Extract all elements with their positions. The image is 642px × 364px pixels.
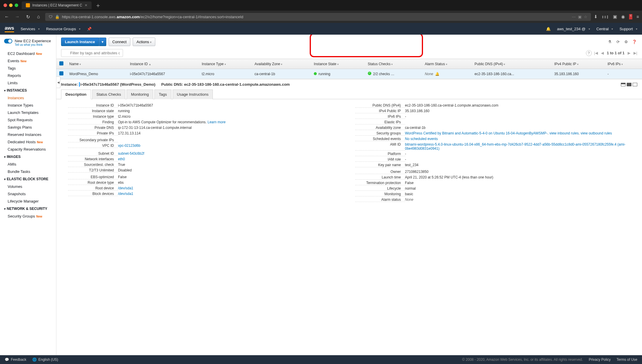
services-menu[interactable]: Services <box>21 27 40 31</box>
support-menu[interactable]: Support <box>619 27 637 31</box>
column-header[interactable]: Public DNS (IPv4)▾ <box>472 59 551 69</box>
sidebar-item[interactable]: Reports <box>0 72 56 79</box>
last-page[interactable]: ▶| <box>633 51 637 55</box>
link[interactable]: Learn more <box>208 120 225 124</box>
sidebar-item[interactable]: Dedicated HostsNew <box>0 138 56 146</box>
link[interactable]: view outbound rules <box>581 131 612 135</box>
region-menu[interactable]: Central <box>596 27 613 31</box>
layout-2-icon[interactable] <box>627 83 631 86</box>
tab-usage-instructions[interactable]: Usage Instructions <box>173 90 213 99</box>
layout-3-icon[interactable] <box>633 83 637 86</box>
back-button[interactable]: ← <box>3 14 11 19</box>
sidebar-item[interactable]: EC2 DashboardNew <box>0 50 56 57</box>
column-header[interactable]: IPv6 IPs▾ <box>604 59 642 69</box>
sidebar-item[interactable]: Reserved Instances <box>0 131 56 138</box>
account-icon[interactable]: ◉ <box>621 14 625 19</box>
download-icon[interactable]: ⬇ <box>594 14 598 19</box>
column-header[interactable]: Instance ID▲ <box>127 59 199 69</box>
tab-status-checks[interactable]: Status Checks <box>92 90 126 99</box>
section-ebs[interactable]: ELASTIC BLOCK STORE <box>0 175 56 183</box>
link[interactable]: vpc-02123d6b <box>118 144 140 148</box>
sidebar-item[interactable]: Volumes <box>0 183 56 190</box>
sidebar-item[interactable]: Snapshots <box>0 190 56 198</box>
menu-icon[interactable]: ≡ <box>636 14 639 19</box>
sidebar-item[interactable]: Instance Types <box>0 102 56 109</box>
filter-help-icon[interactable]: ? <box>586 50 592 56</box>
screenshot-icon[interactable]: ▣ <box>613 14 617 19</box>
pin-icon[interactable]: 📌 <box>87 27 92 31</box>
help-icon[interactable]: ❓ <box>631 39 637 45</box>
sidebar-item[interactable]: Security GroupsNew <box>0 213 56 220</box>
tab-monitoring[interactable]: Monitoring <box>127 90 153 99</box>
column-header[interactable] <box>56 59 66 69</box>
link[interactable]: eth0 <box>118 157 125 161</box>
tab-description[interactable]: Description <box>61 90 91 99</box>
first-page[interactable]: |◀ <box>594 51 598 55</box>
column-header[interactable]: Availability Zone▾ <box>252 59 311 69</box>
sidebar-collapse[interactable]: ◀ <box>56 76 60 88</box>
sidebar-item[interactable]: Instances <box>0 94 56 102</box>
alarm-bell-icon[interactable]: 🔔 <box>435 72 439 76</box>
filter-input[interactable] <box>61 49 123 57</box>
sidebar-item[interactable]: Spot Requests <box>0 116 56 124</box>
home-button[interactable]: ⌂ <box>35 14 42 19</box>
settings-gear-icon[interactable]: ⚙ <box>623 39 629 45</box>
link[interactable]: view inbound rules <box>550 131 579 135</box>
row-checkbox[interactable] <box>59 71 63 75</box>
new-ec2-experience[interactable]: New EC2 Experience Tell us what you thin… <box>0 38 56 50</box>
sidebar-item[interactable]: Bundle Tasks <box>0 168 56 175</box>
privacy-link[interactable]: Privacy Policy <box>589 358 611 362</box>
sidebar-item[interactable]: Savings Plans <box>0 124 56 131</box>
close-tab-icon[interactable]: ✕ <box>85 3 87 7</box>
sidebar-item[interactable]: Limits <box>0 79 56 87</box>
launch-instance-dropdown[interactable]: ▾ <box>99 38 106 46</box>
notifications-icon[interactable]: 🔔 <box>546 27 551 31</box>
link[interactable]: subnet-543c6b2f <box>118 151 144 156</box>
link[interactable]: /dev/sda1 <box>118 192 133 196</box>
language-selector[interactable]: 🌐 English (US) <box>32 358 58 362</box>
toggle-switch[interactable] <box>4 39 12 43</box>
ext-icon[interactable]: 4 <box>629 14 633 19</box>
refresh-icon[interactable]: ⟳ <box>615 39 621 45</box>
sidebar-item[interactable]: Capacity Reservations <box>0 146 56 153</box>
column-header[interactable]: Status Checks▾ <box>365 59 422 69</box>
star-icon[interactable]: ☆ <box>584 15 587 19</box>
column-header[interactable]: Alarm Status▾ <box>422 59 472 69</box>
actions-dropdown[interactable]: Actions ▾ <box>133 38 155 46</box>
browser-tab[interactable]: Instances | EC2 Management C ✕ <box>22 1 92 9</box>
launch-instance-button[interactable]: Launch Instance <box>61 38 99 46</box>
feedback-link[interactable]: 💬 Feedback <box>5 358 26 362</box>
library-icon[interactable]: ⫾⫾⫿ <box>602 14 609 19</box>
terms-link[interactable]: Terms of Use <box>616 358 637 362</box>
link[interactable]: /dev/sda1 <box>118 186 133 190</box>
sidebar-item[interactable]: Lifecycle Manager <box>0 198 56 205</box>
maximize-window[interactable] <box>15 4 18 7</box>
column-header[interactable]: Name▾ <box>66 59 127 69</box>
layout-1-icon[interactable] <box>621 83 626 86</box>
section-images[interactable]: IMAGES <box>0 153 56 161</box>
experiment-icon[interactable]: ⚗ <box>607 39 613 45</box>
new-tab-button[interactable]: ＋ <box>95 1 101 9</box>
column-header[interactable]: Instance Type▾ <box>199 59 252 69</box>
sidebar-item[interactable]: EventsNew <box>0 57 56 65</box>
sidebar-item[interactable]: Launch Templates <box>0 109 56 116</box>
reload-button[interactable]: ↻ <box>24 14 32 20</box>
section-instances[interactable]: INSTANCES <box>0 87 56 94</box>
connect-button[interactable]: Connect <box>109 38 130 46</box>
sidebar-item[interactable]: AMIs <box>0 161 56 168</box>
account-menu[interactable]: aws_test_234 @ <box>557 27 590 31</box>
resource-groups-menu[interactable]: Resource Groups <box>46 27 80 31</box>
minimize-window[interactable] <box>9 4 13 7</box>
column-header[interactable]: IPv4 Public IP▾ <box>551 59 604 69</box>
prev-page[interactable]: ◀ <box>601 51 604 55</box>
url-bar[interactable]: 🛡 🔒 https://ca-central-1.console.aws.ama… <box>45 13 591 21</box>
close-window[interactable] <box>4 4 7 7</box>
select-all-checkbox[interactable] <box>59 61 63 65</box>
aws-logo[interactable]: aws <box>5 25 14 32</box>
next-page[interactable]: ▶ <box>628 51 631 55</box>
link[interactable]: No scheduled events <box>405 137 438 141</box>
forward-button[interactable]: → <box>14 14 21 19</box>
tab-tags[interactable]: Tags <box>154 90 171 99</box>
link[interactable]: WordPress Certified by Bitnami and Autom… <box>405 131 548 135</box>
column-header[interactable]: Instance State▾ <box>311 59 365 69</box>
